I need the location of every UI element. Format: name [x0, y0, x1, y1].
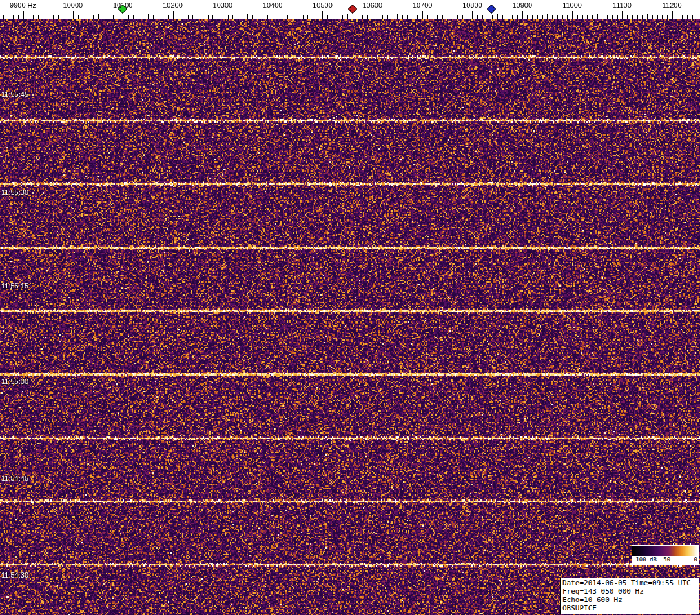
ruler-tick-label: 10800: [462, 1, 482, 9]
ruler-tick-label: 10500: [313, 1, 333, 9]
time-label: 11:54:30: [1, 571, 28, 579]
colorbar-label-min: -100 dB: [632, 556, 657, 563]
colorbar: -100 dB -50 0: [632, 545, 699, 565]
colorbar-label-mid: -50: [660, 556, 670, 563]
spectrogram-app: 11:55:4511:55:3011:55:1511:55:0011:54:45…: [0, 0, 700, 615]
ruler-tick-label: 10400: [263, 1, 283, 9]
ruler-tick-label: 11200: [663, 1, 682, 9]
colorbar-label-max: 0: [694, 556, 697, 563]
info-line-date: Date=2014-06-05 Time=09:55 UTC: [562, 579, 697, 587]
spectrogram-area: 11:55:4511:55:3011:55:1511:55:0011:54:45…: [0, 19, 700, 615]
ruler-tick-label: 11100: [613, 1, 632, 9]
ruler-tick-label: 10600: [362, 1, 382, 9]
info-line-freq: Freq=143 050 000 Hz: [562, 587, 697, 596]
time-label: 11:54:45: [1, 474, 28, 482]
ruler-tick-label: 10000: [63, 1, 83, 9]
info-line-station: OBSUPICE: [562, 604, 697, 612]
colorbar-labels: -100 dB -50 0: [632, 556, 698, 564]
colorbar-gradient: [632, 546, 698, 556]
ruler-tick-label: 10300: [213, 1, 233, 9]
ruler-tick-label: 9900 Hz: [10, 1, 36, 9]
frequency-ruler[interactable]: 9900 Hz100001010010200103001040010500106…: [0, 0, 700, 19]
time-label: 11:55:15: [1, 282, 28, 290]
ruler-tick-label: 10700: [413, 1, 433, 9]
info-line-echo: Echo=10 600 Hz: [562, 596, 697, 604]
ruler-tick-label: 10200: [163, 1, 183, 9]
spectrogram-canvas[interactable]: [0, 19, 700, 615]
ruler-tick-label: 10900: [512, 1, 532, 9]
time-label: 11:55:30: [1, 188, 28, 196]
time-label: 11:55:00: [1, 378, 28, 385]
info-box: Date=2014-06-05 Time=09:55 UTC Freq=143 …: [560, 578, 699, 614]
ruler-tick-label: 11000: [562, 1, 582, 9]
time-label: 11:55:45: [1, 90, 28, 98]
